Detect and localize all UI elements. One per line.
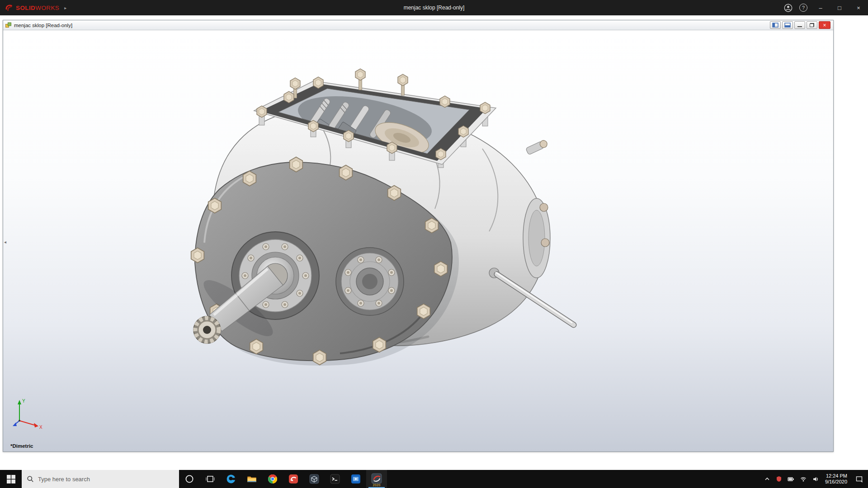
solidworks-logo: SOLIDWORKS ▸: [0, 3, 66, 12]
taskbar-icon-cortana[interactable]: [179, 470, 200, 488]
taskbar-icon-edge[interactable]: [221, 470, 241, 488]
windows-logo-icon: [7, 475, 15, 483]
brand-solid: SOLID: [16, 5, 35, 11]
app-window-controls: ? – □ ×: [780, 0, 868, 15]
start-button[interactable]: [0, 470, 22, 488]
taskbar-icon-app-cube[interactable]: [304, 470, 325, 488]
clock-date: 9/16/2020: [825, 479, 847, 485]
search-icon: [27, 475, 34, 483]
media-app-icon: [350, 474, 361, 484]
tray-icon-volume[interactable]: [809, 470, 821, 488]
document-title: menjac sklop [Read-only]: [14, 23, 72, 28]
cortana-icon: [184, 474, 194, 484]
screen: SOLIDWORKS ▸ menjac sklop [Read-only] ? …: [0, 0, 868, 488]
speaker-icon: [812, 475, 819, 483]
terminal-icon: [330, 474, 340, 484]
side-cover[interactable]: [336, 248, 404, 315]
taskbar-icon-media[interactable]: [345, 470, 366, 488]
tray-icon-security[interactable]: [773, 470, 785, 488]
maximize-button[interactable]: □: [830, 0, 849, 15]
cube-app-icon: [309, 474, 320, 484]
document-restore-button[interactable]: [807, 21, 817, 29]
taskbar-icon-solidworks[interactable]: 2020: [366, 470, 387, 488]
solidworks-app-icon: [371, 473, 382, 485]
menu-expand-arrow-icon[interactable]: ▸: [64, 5, 66, 10]
restore-icon: [810, 23, 814, 27]
minimize-button[interactable]: –: [811, 0, 830, 15]
triad-x-label: X: [39, 425, 42, 430]
document-minimize-button[interactable]: [794, 21, 805, 29]
graphics-viewport[interactable]: Y X *Dimetric: [3, 30, 833, 451]
help-icon[interactable]: ?: [796, 0, 811, 15]
breather-stub[interactable]: [526, 139, 548, 155]
action-center-button[interactable]: [851, 470, 868, 488]
red-app-icon: [288, 474, 299, 484]
file-explorer-icon: [246, 474, 257, 484]
taskbar: 2020: [0, 470, 868, 488]
featuremanager-flyout-arrow[interactable]: ◂: [4, 239, 6, 244]
clock-time: 12:24 PM: [826, 473, 847, 479]
view-orientation-label: *Dimetric: [10, 443, 33, 449]
assembly-document-icon: [5, 22, 12, 28]
solidworks-wordmark: SOLIDWORKS: [16, 5, 59, 11]
app-client-area: menjac sklop [Read-only] ×: [0, 15, 868, 470]
document-window: menjac sklop [Read-only] ×: [3, 20, 834, 452]
app-window-title: menjac sklop [Read-only]: [404, 5, 465, 11]
pane-left-button[interactable]: [770, 21, 781, 29]
document-window-controls: ×: [770, 21, 831, 29]
document-close-button[interactable]: ×: [819, 21, 830, 29]
taskbar-icon-chrome[interactable]: [262, 470, 283, 488]
tail-cap[interactable]: [523, 198, 550, 278]
pane-split-button[interactable]: [782, 21, 793, 29]
tray-icon-battery[interactable]: [785, 470, 797, 488]
chrome-icon: [267, 474, 278, 484]
brand-works: WORKS: [35, 5, 59, 11]
tray-icon-network[interactable]: [797, 470, 809, 488]
account-icon[interactable]: [780, 0, 796, 15]
caret-up-icon: [764, 475, 771, 483]
taskbar-icon-app-red[interactable]: [283, 470, 304, 488]
taskbar-clock[interactable]: 12:24 PM 9/16/2020: [821, 470, 851, 488]
search-input[interactable]: [38, 476, 174, 483]
document-titlebar[interactable]: menjac sklop [Read-only] ×: [3, 20, 833, 30]
taskbar-icon-terminal[interactable]: [325, 470, 345, 488]
solidworks-logo-icon: [5, 3, 14, 12]
orientation-triad[interactable]: Y X: [10, 396, 46, 432]
taskbar-icon-task-view[interactable]: [200, 470, 221, 488]
show-hidden-icons-button[interactable]: [762, 470, 773, 488]
task-view-icon: [205, 474, 215, 484]
wifi-icon: [800, 475, 807, 483]
system-tray: 12:24 PM 9/16/2020: [762, 470, 868, 488]
gearbox-model[interactable]: [3, 30, 833, 451]
notification-icon: [855, 475, 863, 483]
taskbar-search[interactable]: [22, 470, 179, 488]
close-button[interactable]: ×: [849, 0, 868, 15]
edge-icon: [226, 474, 236, 484]
spline-end[interactable]: [193, 316, 221, 343]
shield-icon: [775, 475, 783, 483]
battery-icon: [787, 475, 795, 483]
taskbar-icon-file-explorer[interactable]: [241, 470, 262, 488]
app-titlebar: SOLIDWORKS ▸ menjac sklop [Read-only] ? …: [0, 0, 868, 15]
triad-y-label: Y: [22, 399, 25, 404]
minimize-icon: [797, 26, 802, 27]
